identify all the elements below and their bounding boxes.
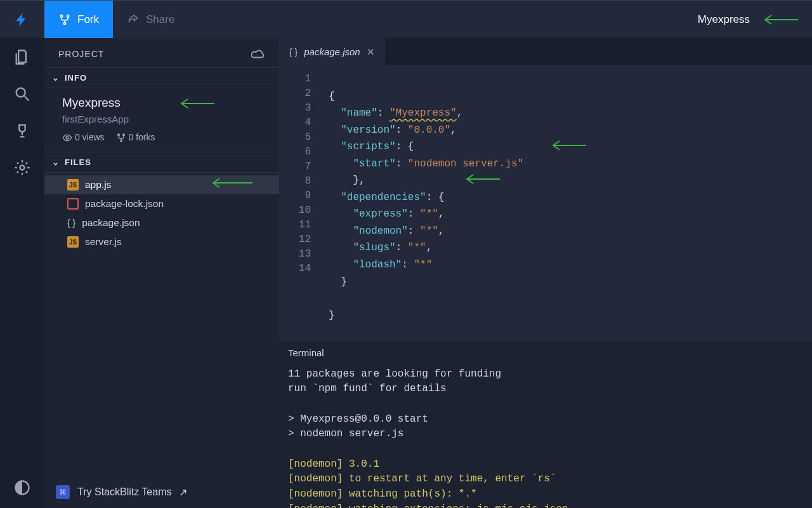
code-body[interactable]: { "name": "Myexpress", "version": "0.0.0… bbox=[324, 65, 812, 341]
sidebar: PROJECT ⌄ INFO Myexpress firstExpressApp… bbox=[44, 38, 279, 508]
info-subtitle: firstExpressApp bbox=[62, 114, 261, 124]
tab-label: package.json bbox=[304, 46, 360, 57]
terminal-output[interactable]: 11 packages are looking for funding run … bbox=[279, 364, 812, 508]
cloud-sync-icon[interactable] bbox=[251, 47, 265, 61]
project-title-top: Myexpress bbox=[698, 13, 750, 26]
js-file-icon: JS bbox=[67, 179, 79, 190]
fork-button[interactable]: Fork bbox=[44, 1, 113, 38]
bolt-icon bbox=[14, 11, 30, 28]
info-block: Myexpress firstExpressApp 0 views 0 fork… bbox=[44, 88, 279, 152]
svg-point-6 bbox=[66, 137, 69, 139]
file-name: package.json bbox=[82, 217, 140, 229]
svg-line-2 bbox=[25, 97, 29, 101]
editor-tab[interactable]: { } package.json ✕ bbox=[279, 38, 385, 65]
file-row[interactable]: JS server.js bbox=[44, 232, 279, 251]
editor-tabs: { } package.json ✕ bbox=[279, 38, 812, 65]
views-stat: 0 views bbox=[62, 132, 105, 143]
line-gutter: 1234567891011121314 bbox=[279, 65, 324, 341]
share-button[interactable]: Share bbox=[113, 1, 188, 38]
forks-stat: 0 forks bbox=[116, 132, 155, 143]
close-tab-icon[interactable]: ✕ bbox=[367, 46, 375, 58]
settings-icon[interactable] bbox=[13, 159, 31, 177]
file-tree: JS app.js package-lock.json { } package.… bbox=[44, 173, 279, 251]
json-file-icon: { } bbox=[67, 217, 75, 229]
terminal-title: Terminal bbox=[279, 341, 812, 364]
share-label: Share bbox=[146, 13, 174, 26]
activity-bar bbox=[0, 38, 44, 508]
info-section-header[interactable]: ⌄ INFO bbox=[44, 67, 279, 88]
editor-column: { } package.json ✕ 1234567891011121314 {… bbox=[279, 38, 812, 508]
theme-icon[interactable] bbox=[13, 479, 31, 497]
file-row[interactable]: { } package.json bbox=[44, 213, 279, 232]
lock-file-icon bbox=[67, 198, 79, 210]
file-row[interactable]: package-lock.json bbox=[44, 194, 279, 213]
chevron-down-icon: ⌄ bbox=[52, 73, 60, 83]
file-name: package-lock.json bbox=[85, 198, 164, 210]
teams-icon: ⌘ bbox=[56, 485, 70, 499]
json-file-icon: { } bbox=[289, 47, 298, 57]
teams-promo[interactable]: ⌘ Try StackBlitz Teams ↗ bbox=[44, 476, 279, 508]
top-bar: Fork Share Myexpress bbox=[0, 0, 812, 38]
chevron-down-icon: ⌄ bbox=[52, 157, 60, 167]
info-project-name: Myexpress bbox=[62, 96, 261, 110]
js-file-icon: JS bbox=[67, 236, 79, 248]
search-icon[interactable] bbox=[13, 85, 31, 103]
info-label: INFO bbox=[65, 73, 87, 83]
annotation-arrow-icon bbox=[549, 139, 587, 152]
svg-point-1 bbox=[16, 88, 25, 97]
logo-cell bbox=[0, 1, 44, 38]
sidebar-header: PROJECT bbox=[58, 49, 104, 59]
svg-point-3 bbox=[20, 166, 25, 170]
explorer-icon[interactable] bbox=[13, 48, 31, 66]
annotation-arrow-icon bbox=[463, 173, 501, 185]
annotation-arrow-icon bbox=[178, 97, 216, 110]
fork-label: Fork bbox=[77, 13, 99, 26]
fork-icon bbox=[58, 13, 71, 26]
files-section-header[interactable]: ⌄ FILES bbox=[44, 152, 279, 173]
code-editor[interactable]: 1234567891011121314 { "name": "Myexpress… bbox=[279, 65, 812, 341]
files-label: FILES bbox=[65, 157, 91, 167]
fork-small-icon bbox=[116, 133, 126, 143]
teams-label: Try StackBlitz Teams bbox=[77, 486, 171, 498]
ports-icon[interactable] bbox=[13, 122, 31, 140]
annotation-arrow-icon bbox=[209, 177, 254, 189]
eye-icon bbox=[62, 133, 72, 143]
file-name: app.js bbox=[85, 179, 111, 190]
annotation-arrow-icon bbox=[761, 13, 799, 26]
external-link-icon: ↗ bbox=[179, 486, 187, 498]
share-icon bbox=[127, 13, 140, 26]
terminal-panel: Terminal 11 packages are looking for fun… bbox=[279, 341, 812, 508]
file-name: server.js bbox=[85, 236, 122, 248]
